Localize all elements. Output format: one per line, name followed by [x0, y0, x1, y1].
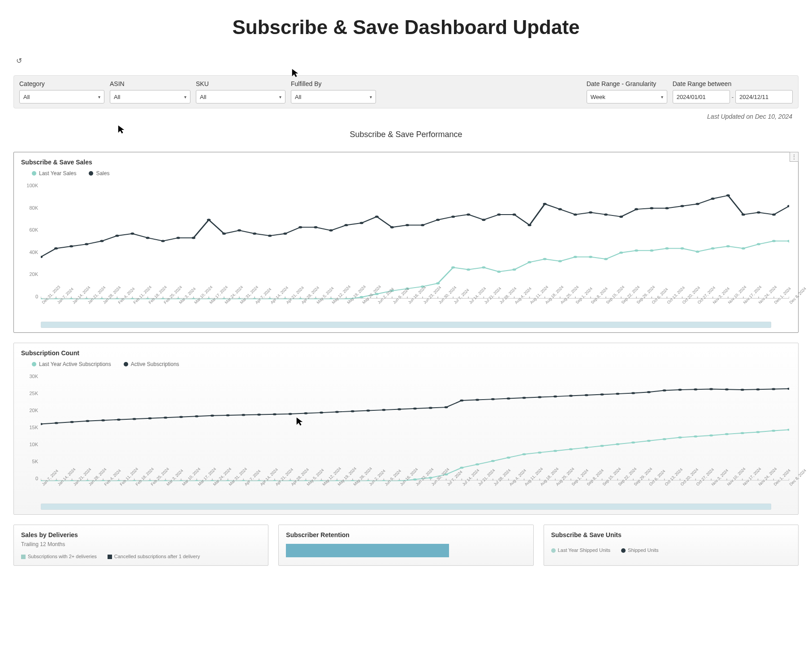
svg-point-87 — [589, 211, 592, 214]
svg-point-231 — [444, 406, 448, 409]
chevron-down-icon: ▾ — [661, 95, 663, 99]
svg-point-130 — [436, 282, 440, 284]
svg-point-60 — [177, 237, 180, 239]
svg-point-146 — [680, 247, 684, 250]
chart-title: Subscribe & Save Sales — [14, 152, 798, 168]
svg-point-228 — [397, 408, 401, 410]
svg-point-207 — [70, 421, 73, 423]
svg-point-209 — [101, 419, 105, 422]
svg-point-53 — [69, 245, 73, 247]
svg-point-97 — [742, 213, 745, 215]
card-title: Sales by Deliveries — [21, 531, 261, 538]
svg-point-94 — [695, 203, 699, 205]
legend-label: Cancelled subscriptions after 1 delivery — [114, 554, 200, 559]
filter-asin: ASIN All ▾ — [110, 80, 190, 103]
svg-point-78 — [451, 215, 455, 218]
chart-legend: Last Year Sales Sales — [14, 168, 798, 183]
chevron-down-icon: ▾ — [98, 95, 100, 99]
legend-swatch-icon — [551, 548, 556, 553]
svg-point-67 — [283, 232, 287, 235]
svg-point-249 — [725, 388, 729, 391]
subscription-chart-plot — [41, 374, 789, 481]
refresh-icon[interactable]: ↺ — [16, 56, 23, 64]
svg-point-55 — [100, 240, 104, 242]
svg-point-236 — [522, 397, 526, 399]
svg-point-58 — [146, 237, 149, 239]
legend-label: Shipped Units — [628, 547, 659, 553]
svg-point-57 — [130, 232, 134, 235]
svg-point-138 — [558, 260, 562, 262]
svg-point-93 — [680, 205, 684, 207]
svg-point-302 — [787, 429, 789, 431]
bottom-cards-row: Sales by Deliveries Trailing 12 Months S… — [13, 525, 799, 566]
svg-point-153 — [787, 240, 789, 242]
chart-scrollbar[interactable] — [41, 504, 771, 510]
svg-point-241 — [600, 393, 604, 396]
card-title: Subscriber Retention — [286, 531, 526, 538]
category-select[interactable]: All ▾ — [19, 90, 104, 103]
sku-select[interactable]: All ▾ — [196, 90, 285, 103]
legend-swatch-icon — [32, 171, 36, 176]
date-from-input[interactable]: 2024/01/01 — [673, 90, 730, 103]
svg-point-235 — [507, 397, 510, 400]
svg-point-291 — [616, 443, 619, 445]
card-title: Subscribe & Save Units — [551, 531, 791, 538]
svg-point-62 — [207, 219, 211, 221]
svg-point-292 — [631, 441, 635, 443]
svg-point-96 — [726, 194, 730, 197]
svg-point-86 — [574, 213, 577, 215]
svg-point-253 — [787, 387, 789, 390]
svg-point-219 — [257, 413, 261, 416]
filter-fulfilled: Fulfilled By All ▾ — [291, 80, 376, 103]
date-to-input[interactable]: 2024/12/11 — [735, 90, 793, 103]
select-value: All — [200, 94, 206, 100]
asin-select[interactable]: All ▾ — [110, 90, 190, 103]
svg-point-83 — [527, 224, 531, 226]
svg-point-222 — [304, 412, 307, 414]
legend-swatch-icon — [108, 555, 112, 559]
svg-point-237 — [538, 396, 541, 398]
svg-point-132 — [466, 268, 470, 271]
svg-point-286 — [538, 452, 541, 454]
filter-label: SKU — [196, 80, 285, 87]
filter-label: Date Range - Granularity — [587, 80, 667, 87]
svg-point-285 — [522, 453, 526, 456]
svg-point-69 — [314, 226, 317, 228]
svg-point-296 — [694, 435, 697, 438]
chart-title: Subscription Count — [14, 343, 798, 359]
svg-point-233 — [475, 399, 479, 401]
svg-point-230 — [429, 407, 432, 409]
svg-point-210 — [117, 418, 121, 421]
chart-scrollbar[interactable] — [41, 322, 771, 328]
svg-point-289 — [585, 447, 588, 449]
svg-point-85 — [558, 208, 562, 211]
svg-point-295 — [678, 436, 682, 439]
svg-point-213 — [164, 417, 167, 419]
granularity-select[interactable]: Week ▾ — [587, 90, 667, 103]
svg-point-56 — [115, 235, 119, 237]
svg-point-250 — [740, 389, 744, 391]
legend-swatch-icon — [621, 548, 626, 553]
legend-label: Active Subscriptions — [131, 361, 179, 367]
svg-point-279 — [429, 477, 432, 479]
legend-label: Last Year Sales — [39, 170, 76, 177]
svg-point-148 — [711, 247, 714, 250]
svg-point-137 — [543, 258, 547, 260]
fulfilled-select[interactable]: All ▾ — [291, 90, 376, 103]
svg-point-133 — [482, 267, 485, 269]
svg-point-218 — [242, 414, 245, 416]
retention-bar — [286, 544, 449, 557]
svg-point-61 — [192, 237, 195, 239]
svg-point-131 — [451, 267, 455, 269]
svg-point-52 — [54, 247, 58, 250]
filter-category: Category All ▾ — [19, 80, 104, 103]
svg-point-283 — [491, 460, 495, 462]
svg-point-290 — [600, 445, 604, 447]
svg-point-136 — [527, 261, 531, 263]
svg-point-278 — [413, 478, 417, 481]
svg-point-64 — [238, 229, 241, 232]
card-menu-icon[interactable]: ⋮ — [790, 152, 799, 162]
filter-label: Fulfilled By — [291, 80, 376, 87]
svg-point-152 — [772, 240, 776, 242]
sns-units-card: Subscribe & Save Units Last Year Shipped… — [544, 525, 799, 566]
